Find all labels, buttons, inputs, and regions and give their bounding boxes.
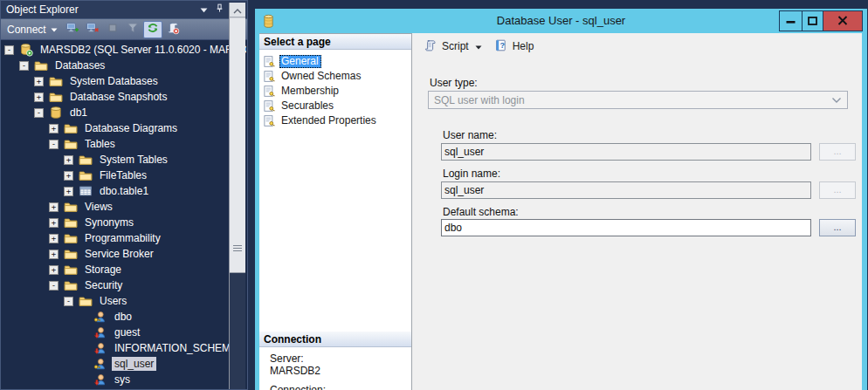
tree-item-filetables[interactable]: +FileTables (2, 168, 246, 183)
select-a-page-pane: Select a page GeneralOwned SchemasMember… (259, 33, 412, 390)
script-error-button[interactable] (163, 21, 183, 38)
connect-dropdown-button[interactable]: Connect (5, 22, 62, 38)
folder-icon (49, 90, 63, 104)
connection-info: Server: MARSDB2 Connection: (259, 347, 411, 390)
tree-item-database-diagrams[interactable]: +Database Diagrams (2, 120, 246, 136)
tree-item-synonyms[interactable]: +Synonyms (2, 215, 246, 230)
disconnect-button[interactable] (83, 21, 102, 38)
tree-item-dbo-table1[interactable]: +dbo.table1 (2, 183, 246, 199)
help-button[interactable]: ? Help (488, 36, 541, 58)
folder-icon (34, 58, 48, 72)
tree-item-label: sql_user (112, 357, 156, 371)
dialog-body: Select a page GeneralOwned SchemasMember… (259, 33, 862, 390)
expand-toggle[interactable]: + (49, 234, 64, 243)
tree-item-sql-user[interactable]: sql_user (2, 356, 246, 372)
tree-item-storage[interactable]: +Storage (2, 262, 246, 277)
connect-object-explorer-button[interactable] (63, 21, 82, 38)
expand-toggle[interactable]: + (49, 202, 64, 212)
collapse-toggle[interactable]: - (49, 140, 64, 149)
expand-toggle[interactable]: + (34, 77, 49, 86)
user-key-icon (93, 310, 107, 324)
login-name-browse-button[interactable]: ... (819, 181, 856, 199)
minimize-button[interactable] (780, 11, 802, 31)
user-name-field[interactable] (441, 143, 811, 161)
default-schema-label: Default schema: (443, 206, 519, 218)
maximize-button[interactable] (802, 11, 823, 31)
expand-toggle[interactable]: + (34, 92, 49, 102)
disconnect-icon (86, 21, 100, 38)
expand-toggle[interactable]: + (49, 218, 64, 228)
tree-item-db1[interactable]: -db1 (2, 105, 246, 120)
collapse-toggle[interactable]: - (49, 281, 64, 291)
expand-toggle[interactable]: + (64, 187, 79, 196)
tree-item-system-databases[interactable]: +System Databases (2, 73, 246, 89)
tree-item-users[interactable]: -Users (2, 293, 246, 309)
scrollbar-thumb[interactable] (230, 18, 245, 273)
script-icon (424, 38, 437, 55)
filter-icon (126, 21, 140, 38)
object-explorer-titlebar[interactable]: Object Explorer (1, 1, 247, 18)
folder-icon (79, 153, 93, 167)
auto-hide-button[interactable] (212, 3, 226, 16)
tree-item-label: db1 (67, 106, 90, 120)
tree-item-guest[interactable]: guest (2, 325, 246, 340)
help-icon: ? (494, 38, 508, 55)
tree-scrollbar[interactable] (229, 3, 245, 389)
screen: Object Explorer Connect -MARSDB2 (SQL Se… (0, 0, 868, 390)
page-item-securables[interactable]: Securables (263, 99, 410, 113)
tree-item-dbo[interactable]: dbo (2, 309, 246, 325)
pane-spacer (259, 128, 411, 332)
scrollbar-track[interactable] (230, 273, 245, 389)
tree-item-databases[interactable]: -Databases (2, 58, 246, 73)
user-disabled-icon (93, 373, 107, 387)
help-button-label: Help (513, 40, 534, 52)
tree-item-label: dbo (112, 310, 134, 324)
user-disabled-icon (93, 325, 107, 339)
tree-item-marsdb2-sql-server-11-0-6020-marsd[interactable]: -MARSDB2 (SQL Server 11.0.6020 - MARSD (2, 42, 246, 58)
tree-item-service-broker[interactable]: +Service Broker (2, 246, 246, 262)
default-schema-field[interactable] (441, 219, 811, 236)
collapse-toggle[interactable]: - (34, 108, 49, 118)
tree-item-programmability[interactable]: +Programmability (2, 230, 246, 246)
expand-toggle[interactable]: + (49, 124, 64, 133)
login-name-field[interactable] (441, 181, 811, 199)
page-item-general[interactable]: General (263, 54, 410, 69)
default-schema-browse-button[interactable]: ... (819, 219, 856, 236)
server-label: Server: (270, 352, 411, 365)
collapse-toggle[interactable]: - (64, 297, 79, 306)
tree-item-security[interactable]: -Security (2, 277, 246, 293)
expand-toggle[interactable]: + (49, 250, 64, 259)
user-name-browse-button[interactable]: ... (819, 143, 856, 161)
filter-button[interactable] (123, 21, 142, 38)
table-icon (79, 184, 93, 198)
page-item-label: Extended Properties (279, 114, 379, 127)
expand-toggle[interactable]: + (64, 155, 79, 165)
dialog-titlebar[interactable]: Database User - sql_user (255, 9, 867, 33)
tree-item-tables[interactable]: -Tables (2, 136, 246, 152)
stop-button[interactable] (103, 21, 122, 38)
page-item-extended-properties[interactable]: Extended Properties (263, 113, 410, 128)
expand-toggle[interactable]: + (64, 171, 79, 181)
scrollbar-up-button[interactable] (230, 3, 245, 17)
tree-item-views[interactable]: +Views (2, 199, 246, 215)
window-controls (779, 10, 863, 31)
tree-item-database-snapshots[interactable]: +Database Snapshots (2, 89, 246, 105)
tree-item-system-tables[interactable]: +System Tables (2, 152, 246, 168)
tree-item-sys[interactable]: sys (2, 372, 246, 387)
refresh-button[interactable] (143, 21, 162, 38)
close-button[interactable] (823, 11, 862, 31)
script-dropdown-button[interactable] (475, 38, 488, 55)
tree-item-label: MARSDB2 (SQL Server 11.0.6020 - MARSD (38, 43, 246, 57)
user-key-icon (93, 357, 107, 371)
tree-item-label: Databases (52, 58, 107, 72)
collapse-toggle[interactable]: - (4, 45, 19, 55)
select-a-page-header: Select a page (259, 34, 411, 50)
expand-toggle[interactable]: + (49, 265, 64, 275)
page-item-owned-schemas[interactable]: Owned Schemas (263, 69, 410, 84)
script-button[interactable]: Script (417, 36, 475, 58)
collapse-toggle[interactable]: - (19, 61, 34, 71)
user-type-combobox[interactable]: SQL user with login (428, 91, 848, 109)
window-position-button[interactable] (196, 3, 210, 16)
tree-item-information-schema[interactable]: INFORMATION_SCHEMA (2, 340, 246, 356)
page-item-membership[interactable]: Membership (263, 84, 410, 99)
